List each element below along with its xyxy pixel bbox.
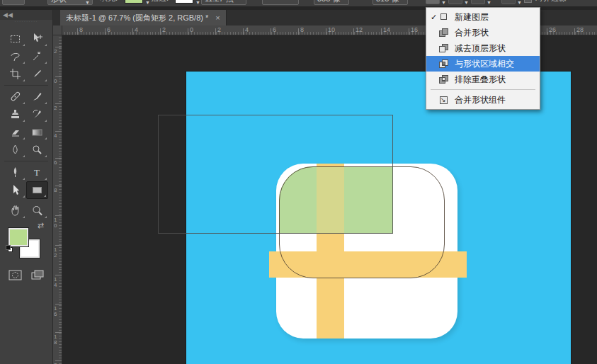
menu-item-intersect-shape-areas[interactable]: 与形状区域相交 bbox=[426, 56, 540, 72]
move-tool[interactable] bbox=[26, 30, 48, 47]
clone-stamp-tool[interactable] bbox=[4, 106, 26, 123]
document-tab-title: 未标题-1 @ 67.7% (圆角矩形 2, RGB/8) * bbox=[66, 13, 208, 22]
stroke-swatch[interactable] bbox=[175, 0, 193, 4]
tool-preset-picker[interactable] bbox=[2, 0, 25, 5]
checkmark-icon: ✓ bbox=[431, 13, 439, 22]
ruler-number: 18 bbox=[54, 334, 59, 346]
ruler-major-tick bbox=[271, 28, 271, 35]
menu-item-exclude-overlapping-shapes[interactable]: 排除重叠形状 bbox=[426, 72, 540, 87]
stroke-label: 描边: bbox=[151, 0, 169, 6]
eyedropper-tool[interactable] bbox=[26, 65, 48, 83]
healing-brush-tool[interactable] bbox=[4, 88, 26, 106]
ruler-major-tick bbox=[132, 28, 133, 35]
chevron-down-icon: ▼ bbox=[145, 0, 150, 5]
vertical-ruler: 202468101214161820 bbox=[53, 35, 62, 364]
gear-icon[interactable] bbox=[501, 0, 516, 4]
path-operations-button[interactable] bbox=[426, 0, 440, 4]
ruler-major-tick bbox=[215, 28, 216, 35]
lasso-tool[interactable] bbox=[4, 47, 26, 65]
ruler-major-tick bbox=[55, 245, 62, 246]
chevron-down-icon: ▼ bbox=[464, 0, 469, 5]
history-brush-tool[interactable] bbox=[26, 106, 48, 123]
ruler-major-tick bbox=[574, 28, 575, 35]
menu-item-combine-shapes[interactable]: 合并形状 bbox=[426, 25, 540, 40]
panel-grip[interactable]: ·········· bbox=[0, 20, 52, 25]
type-tool[interactable]: T bbox=[26, 164, 48, 181]
eraser-tool[interactable] bbox=[4, 123, 26, 141]
path-selection-tool[interactable] bbox=[4, 181, 26, 199]
screen-mode-button[interactable] bbox=[26, 266, 48, 284]
ruler-major-tick bbox=[55, 47, 62, 47]
shape-height-value: 315 像素 bbox=[376, 0, 399, 5]
ruler-major-tick bbox=[547, 28, 547, 35]
ruler-corner bbox=[53, 25, 62, 35]
ruler-number: 26 bbox=[549, 26, 556, 33]
ruler-number: 12 bbox=[356, 26, 363, 33]
blur-tool[interactable] bbox=[4, 141, 26, 159]
ruler-number: 4 bbox=[54, 133, 59, 139]
chevron-down-icon: ▼ bbox=[517, 0, 522, 5]
crop-tool[interactable] bbox=[4, 65, 26, 83]
zoom-tool[interactable] bbox=[26, 202, 48, 220]
foreground-color-swatch[interactable] bbox=[8, 228, 28, 246]
ruler-number: 0 bbox=[190, 26, 193, 33]
ruler-number: 6 bbox=[54, 160, 59, 166]
dodge-tool[interactable] bbox=[26, 141, 48, 159]
ruler-major-tick bbox=[55, 103, 62, 104]
menu-item-new-layer[interactable]: ✓ 新建图层 bbox=[426, 9, 540, 25]
menu-item-label: 排除重叠形状 bbox=[455, 74, 506, 86]
ruler-number: 16 bbox=[411, 26, 418, 33]
stroke-width-value: 11.27 点 bbox=[205, 0, 234, 3]
rectangle-shape-tool[interactable] bbox=[26, 181, 48, 199]
swap-colors-icon[interactable]: ⇄ bbox=[38, 221, 44, 230]
ruler-number: 16 bbox=[54, 306, 59, 317]
menu-item-merge-shape-components[interactable]: ↘ 合并形状组件 bbox=[426, 92, 540, 108]
document-tab[interactable]: 未标题-1 @ 67.7% (圆角矩形 2, RGB/8) *× bbox=[60, 10, 227, 25]
ruler-number: 4 bbox=[135, 26, 138, 33]
ruler-major-tick bbox=[353, 28, 354, 35]
path-alignment-button[interactable] bbox=[448, 0, 462, 4]
ruler-major-tick bbox=[326, 28, 326, 35]
svg-text:T: T bbox=[34, 167, 40, 178]
close-tab-icon[interactable]: × bbox=[215, 13, 220, 22]
ruler-major-tick bbox=[381, 28, 382, 35]
ruler-major-tick bbox=[55, 275, 62, 275]
subtract-front-shape-icon bbox=[439, 44, 450, 53]
shape-height-field[interactable]: 315 像素 bbox=[373, 0, 408, 5]
menu-item-subtract-front-shape[interactable]: 减去顶层形状 bbox=[426, 40, 540, 56]
brush-tool[interactable] bbox=[26, 88, 48, 106]
ruler-number: 2 bbox=[162, 26, 166, 33]
path-arrangement-button[interactable] bbox=[471, 0, 485, 4]
default-colors-icon[interactable] bbox=[6, 245, 13, 252]
menu-separator bbox=[431, 89, 535, 90]
menu-item-label: 减去顶层形状 bbox=[455, 42, 506, 55]
new-layer-icon bbox=[439, 13, 450, 22]
color-swatches: ⇄ bbox=[6, 222, 48, 263]
ruler-major-tick bbox=[55, 158, 62, 159]
quick-mask-button[interactable] bbox=[4, 266, 26, 284]
align-edges-checkbox[interactable] bbox=[524, 0, 532, 3]
fill-swatch[interactable] bbox=[125, 0, 143, 4]
tool-mode-value: 形状 bbox=[51, 0, 67, 3]
ruler-major-tick bbox=[55, 332, 62, 333]
link-dimensions-icon[interactable]: ⧉ bbox=[353, 0, 359, 6]
hand-tool[interactable] bbox=[4, 202, 26, 220]
ruler-number: 2 bbox=[54, 106, 59, 111]
collapse-panel-icon[interactable]: ◀◀ bbox=[0, 10, 52, 20]
menu-item-label: 合并形状 bbox=[455, 27, 489, 39]
ruler-number: 2 bbox=[54, 49, 59, 55]
ruler-major-tick bbox=[55, 131, 62, 132]
stroke-type-select[interactable] bbox=[262, 0, 299, 5]
toolbox-panel: ◀◀ ·········· bbox=[0, 10, 53, 364]
magic-wand-tool[interactable] bbox=[26, 47, 48, 65]
rectangular-marquee-tool[interactable] bbox=[4, 30, 26, 47]
pen-tool[interactable] bbox=[4, 164, 26, 181]
fill-label: 填充: bbox=[100, 0, 118, 6]
ruler-major-tick bbox=[55, 76, 62, 77]
divider bbox=[4, 161, 48, 161]
chevron-down-icon: ▼ bbox=[487, 0, 491, 5]
ruler-major-tick bbox=[105, 28, 106, 35]
gradient-tool[interactable] bbox=[26, 123, 48, 141]
shape-width-field[interactable]: 355 像素 bbox=[314, 0, 349, 5]
stroke-width-field[interactable]: 11.27 点 bbox=[201, 0, 246, 5]
